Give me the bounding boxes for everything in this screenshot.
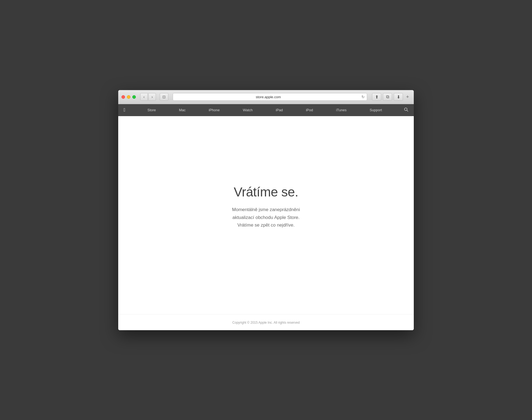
back-button[interactable]: ‹ — [140, 93, 148, 101]
maximize-button[interactable] — [132, 95, 136, 99]
nav-item-mac[interactable]: Mac — [178, 108, 187, 112]
tabview-icon: ⧉ — [386, 94, 389, 99]
main-message: Vrátíme se. Momentálně jsme zaneprázdněn… — [232, 184, 300, 230]
apple-navbar:  Store Mac iPhone Watch iPad iPod iTune… — [118, 104, 414, 116]
new-tab-button[interactable]: + — [405, 94, 411, 100]
copyright-text: Copyright © 2015 Apple Inc. All rights r… — [232, 321, 300, 324]
traffic-lights — [121, 95, 136, 99]
subtext: Momentálně jsme zaneprázdněni aktualizac… — [232, 206, 300, 230]
subtext-line1: Momentálně jsme zaneprázdněni — [232, 207, 300, 212]
back-icon: ‹ — [143, 95, 145, 99]
title-bar: ‹ › ⊡ store.apple.com ↻ ⬆ ⧉ ⬇ + — [118, 90, 414, 104]
download-button[interactable]: ⬇ — [394, 93, 403, 101]
share-button[interactable]: ⬆ — [372, 93, 381, 101]
forward-icon: › — [152, 95, 153, 99]
url-bar[interactable]: store.apple.com ↻ — [173, 93, 367, 101]
url-text: store.apple.com — [175, 95, 361, 99]
search-icon[interactable] — [404, 107, 408, 113]
nav-item-watch[interactable]: Watch — [242, 108, 254, 112]
reload-button[interactable]: ↻ — [361, 95, 365, 99]
subtext-line3: Vrátíme se zpět co nejdříve. — [237, 222, 294, 228]
page-heading: Vrátíme se. — [234, 184, 298, 199]
nav-item-ipod[interactable]: iPod — [305, 108, 314, 112]
nav-item-itunes[interactable]: iTunes — [335, 108, 348, 112]
subtext-line2: aktualizací obchodu Apple Store. — [232, 215, 300, 220]
svg-line-1 — [407, 110, 408, 111]
page-footer: Copyright © 2015 Apple Inc. All rights r… — [118, 314, 414, 330]
minimize-button[interactable] — [127, 95, 130, 99]
apple-nav-items:  Store Mac iPhone Watch iPad iPod iTune… — [124, 107, 408, 113]
sidebar-icon: ⊡ — [162, 95, 166, 99]
nav-item-iphone[interactable]: iPhone — [208, 108, 221, 112]
sidebar-toggle-button[interactable]: ⊡ — [160, 93, 168, 101]
tabview-button[interactable]: ⧉ — [383, 93, 392, 101]
forward-button[interactable]: › — [148, 93, 156, 101]
share-icon: ⬆ — [375, 94, 379, 100]
nav-item-support[interactable]: Support — [368, 108, 383, 112]
browser-window: ‹ › ⊡ store.apple.com ↻ ⬆ ⧉ ⬇ + — [118, 90, 414, 330]
download-icon: ⬇ — [397, 94, 400, 100]
page-content: Vrátíme se. Momentálně jsme zaneprázdněn… — [118, 116, 414, 330]
nav-buttons: ‹ › — [140, 93, 156, 101]
main-content-area: Vrátíme se. Momentálně jsme zaneprázdněn… — [118, 116, 414, 314]
new-tab-icon: + — [406, 94, 409, 100]
toolbar-right: ⬆ ⧉ ⬇ + — [372, 93, 411, 101]
nav-item-ipad[interactable]: iPad — [275, 108, 284, 112]
nav-item-store[interactable]: Store — [146, 108, 157, 112]
apple-logo[interactable]:  — [124, 107, 126, 113]
close-button[interactable] — [121, 95, 125, 99]
